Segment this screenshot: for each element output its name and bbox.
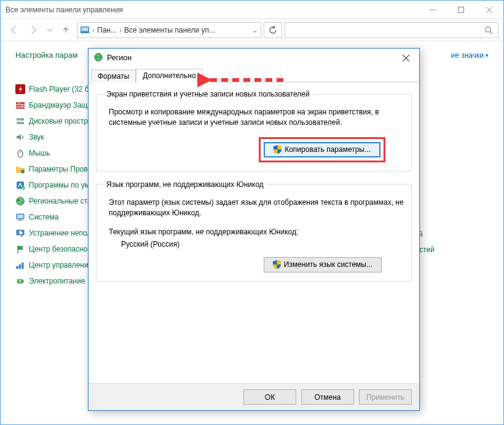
window-controls [419,1,503,18]
breadcrumb-part: Пан... [97,26,117,34]
copy-settings-button[interactable]: Копировать параметры... [264,142,380,157]
network-icon [15,260,25,270]
group-legend: Экран приветствия и учетные записи новых… [104,90,312,98]
forward-button[interactable] [25,22,42,39]
parent-window-title: Все элементы панели управления [6,6,123,14]
power-icon [15,276,25,286]
dialog-footer: ОК Отмена Применить [89,383,419,410]
storage-icon [15,116,25,126]
cancel-button[interactable]: Отмена [301,389,354,405]
history-dropdown[interactable] [45,22,55,39]
svg-line-7 [490,31,492,34]
non-unicode-group: Язык программ, не поддерживающих Юникод … [96,180,412,282]
maximize-button[interactable] [447,1,475,18]
svg-point-6 [486,26,490,31]
mouse-icon [15,148,25,158]
svg-point-20 [21,170,25,173]
page-title: Настройка парам [15,51,77,60]
folder-options-icon [15,164,25,174]
uac-shield-icon [273,260,281,269]
breadcrumb-dropdown-icon[interactable]: ⌄ [252,26,258,34]
group-description: Этот параметр (язык системы) задает язык… [109,197,404,219]
ok-button[interactable]: ОК [243,389,296,405]
firewall-icon [15,100,25,110]
svg-rect-33 [22,263,24,269]
parent-title-bar: Все элементы панели управления [1,1,503,19]
svg-rect-26 [17,215,23,218]
refresh-button[interactable] [264,22,282,38]
flash-icon [15,84,25,94]
svg-rect-5 [82,27,89,31]
dialog-close-button[interactable] [393,49,418,66]
default-programs-icon [15,180,25,190]
current-language-label: Текущий язык программ, не поддерживающих… [109,228,404,236]
sound-icon [15,132,25,142]
welcome-screen-group: Экран приветствия и учетные записи новых… [96,90,412,172]
group-description: Просмотр и копирование международных пар… [109,107,404,129]
search-input[interactable] [285,22,498,38]
dialog-title: Регион [107,54,132,62]
tab-strip: Форматы Дополнительно [89,67,419,82]
flag-icon [15,244,25,254]
group-legend: Язык программ, не поддерживающих Юникод [104,180,266,189]
change-system-locale-button[interactable]: Изменить язык системы... [264,257,382,272]
breadcrumb-part: Все элементы панели уп... [124,26,215,34]
tab-pane-advanced: Экран приветствия и учетные записи новых… [89,82,419,383]
apply-button[interactable]: Применить [359,389,412,405]
svg-rect-35 [23,280,24,282]
region-dialog: Регион Форматы Дополнительно Экран приве… [88,48,420,411]
system-icon [15,212,25,222]
search-icon [484,26,493,34]
dialog-title-bar: Регион [89,49,419,67]
svg-point-17 [22,122,23,124]
region-icon [15,196,25,206]
uac-shield-icon [274,145,282,154]
control-panel-icon [80,25,90,35]
tab-formats[interactable]: Форматы [91,70,136,82]
toolbar: › Пан... › Все элементы панели уп... ⌄ [1,19,503,41]
close-button[interactable] [475,1,503,18]
up-button[interactable] [57,22,74,39]
svg-rect-9 [16,102,25,109]
svg-point-16 [22,119,23,120]
breadcrumb[interactable]: › Пан... › Все элементы панели уп... ⌄ [77,22,261,38]
tab-advanced[interactable]: Дополнительно [136,69,202,82]
back-button[interactable] [6,22,23,39]
view-mode-link[interactable]: ие значки [451,51,489,60]
breadcrumb-sep-icon: › [91,26,96,34]
svg-rect-32 [19,264,22,269]
svg-rect-1 [459,7,464,12]
region-globe-icon [93,52,103,64]
current-language-value: Русский (Россия) [121,240,404,248]
svg-rect-31 [16,266,18,269]
minimize-button[interactable] [419,1,447,18]
breadcrumb-sep-icon: › [118,26,123,34]
highlight-annotation: Копировать параметры... [259,137,385,162]
troubleshooting-icon [15,228,25,238]
svg-rect-27 [18,220,22,221]
